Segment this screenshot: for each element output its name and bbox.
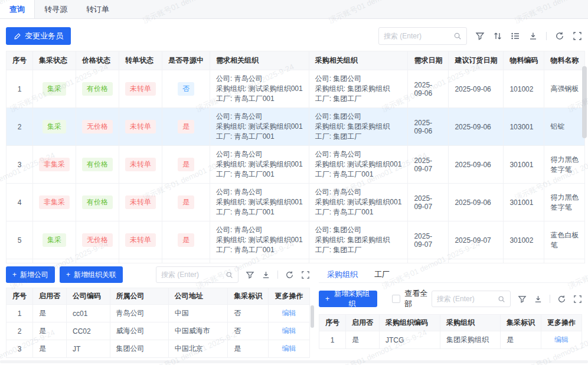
column-header[interactable]: 所属公司 (110, 288, 168, 305)
column-header[interactable]: 序号 (6, 288, 33, 305)
cell: 是 (346, 331, 380, 349)
cell-price_status: 有价格 (76, 184, 119, 221)
org-line: 采购组织: 测试采购组织001 (315, 159, 402, 170)
column-header[interactable]: 启用否 (33, 288, 67, 305)
column-header-demand_org[interactable]: 需求相关组织 (210, 51, 309, 70)
bottom-section: + 新增公司 + 新增组织关联 (6, 266, 582, 358)
org-line: 采购组织: 集团采购组织 (315, 84, 402, 94)
column-header-price_status[interactable]: 价格状态 (76, 51, 119, 70)
download-icon[interactable] (262, 271, 270, 279)
cell: cc01 (67, 305, 110, 322)
column-header[interactable]: 公司编码 (67, 288, 110, 305)
filter-icon[interactable] (475, 31, 485, 41)
vertical-scrollbar-thumb[interactable] (311, 305, 314, 328)
edit-link[interactable]: 编辑 (282, 309, 296, 317)
status-badge: 未转单 (125, 233, 156, 247)
add-org-relation-button[interactable]: + 新增组织关联 (60, 266, 123, 283)
column-header-suggested_date[interactable]: 建议订货日期 (449, 51, 504, 70)
cell: 3 (6, 340, 33, 358)
download-icon[interactable] (534, 295, 543, 304)
fullscreen-icon[interactable] (573, 31, 582, 41)
company-search-box[interactable] (156, 266, 239, 283)
horizontal-scrollbar-track[interactable] (0, 360, 588, 363)
search-icon[interactable] (498, 295, 505, 303)
column-header-purchase_org[interactable]: 采购相关组织 (309, 51, 408, 70)
column-header[interactable]: 集采标识 (500, 315, 541, 331)
main-search-box[interactable] (378, 27, 467, 45)
fullscreen-icon[interactable] (573, 295, 582, 304)
edit-link[interactable]: 编辑 (554, 335, 569, 344)
cell-price_status: 有价格 (76, 146, 119, 184)
column-header[interactable]: 更多操作 (541, 315, 582, 331)
edit-link[interactable]: 编辑 (282, 327, 296, 335)
column-header-demand_date[interactable]: 需求日期 (408, 51, 449, 70)
vertical-scrollbar-thumb[interactable] (582, 66, 587, 138)
table-row[interactable]: 3是JT集团公司中国北京是编辑 (6, 340, 310, 358)
top-tab-1[interactable]: 转寻源 (35, 0, 77, 18)
company-search-input[interactable] (161, 271, 226, 279)
main-search-input[interactable] (384, 32, 453, 40)
column-list-icon[interactable] (511, 31, 520, 41)
table-row[interactable]: 3非集采有价格未转单是公司: 青岛公司采购组织: 测试采购组织001工厂: 青岛… (6, 146, 585, 184)
table-header-row: 序号启用否采购组织编码采购组织集采标识更多操作 (319, 315, 582, 331)
table-row[interactable]: 2集采无价格未转单是公司: 青岛公司采购组织: 测试采购组织001工厂: 青岛工… (6, 108, 585, 146)
cell: 否 (228, 322, 269, 340)
column-header[interactable]: 启用否 (346, 315, 380, 331)
table-row[interactable]: 1集采有价格未转单否公司: 青岛公司采购组织: 测试采购组织001工厂: 青岛工… (6, 70, 585, 108)
view-all-checkbox[interactable] (392, 295, 400, 303)
cell-price_status: 有价格 (76, 70, 119, 108)
table-row[interactable]: 1是JTCG集团采购组织是编辑 (319, 331, 582, 349)
search-icon[interactable] (226, 271, 233, 279)
column-header-collective_status[interactable]: 集采状态 (33, 51, 76, 70)
cell-material_name: 蓝色白板笔 (544, 221, 585, 259)
column-header[interactable]: 集采标识 (228, 288, 269, 305)
filter-icon[interactable] (518, 295, 527, 304)
status-badge: 否 (178, 82, 194, 96)
cell-suggested_date: 2025-09-07 (449, 221, 504, 259)
cell-material_code: 103001 (504, 108, 544, 146)
table-row[interactable]: 4非集采有价格未转单是公司: 青岛公司采购组织: 测试采购组织001工厂: 青岛… (6, 184, 585, 221)
add-company-label: 新增公司 (20, 270, 48, 280)
purchase-org-search-input[interactable] (437, 295, 498, 303)
org-tab-1[interactable]: 工厂 (366, 269, 398, 280)
change-salesman-button[interactable]: 变更业务员 (6, 27, 71, 45)
sort-icon[interactable] (493, 31, 502, 41)
filter-icon[interactable] (246, 271, 254, 279)
edit-link[interactable]: 编辑 (282, 344, 296, 353)
refresh-icon[interactable] (555, 31, 564, 41)
cell: 编辑 (269, 305, 310, 322)
column-header[interactable]: 序号 (319, 315, 346, 331)
search-icon[interactable] (453, 32, 462, 40)
refresh-icon[interactable] (557, 295, 566, 304)
view-all-checkbox-wrap[interactable]: 查看全部 (392, 288, 431, 309)
column-header[interactable]: 公司地址 (168, 288, 228, 305)
column-header-seq[interactable]: 序号 (6, 51, 33, 70)
cell-demand_date: 2025-09-07 (408, 184, 449, 221)
purchase-org-search-box[interactable] (432, 291, 511, 307)
column-header-transfer_status[interactable]: 转单状态 (119, 51, 162, 70)
add-company-button[interactable]: + 新增公司 (6, 266, 55, 283)
column-header-sourcing[interactable]: 是否寻源中 (162, 51, 210, 70)
column-header[interactable]: 采购组织编码 (380, 315, 440, 331)
cell-demand_org: 公司: 青岛公司采购组织: 测试采购组织001工厂: 青岛工厂001 (210, 184, 309, 221)
org-line: 公司: 青岛公司 (216, 187, 303, 197)
column-header-material_name[interactable]: 物料名称 (544, 51, 585, 70)
column-header[interactable]: 采购组织 (440, 315, 501, 331)
status-badge: 无价格 (82, 233, 113, 247)
status-badge: 是 (178, 195, 194, 209)
column-header-material_code[interactable]: 物料编码 (504, 51, 544, 70)
fullscreen-icon[interactable] (301, 271, 310, 279)
table-row[interactable]: 2是CC02威海公司中国威海市否编辑 (6, 322, 310, 340)
requisition-table: 序号集采状态价格状态转单状态是否寻源中需求相关组织采购相关组织需求日期建议订货日… (6, 51, 585, 263)
org-tab-0[interactable]: 采购组织 (319, 269, 366, 280)
add-purchase-org-button[interactable]: + 新增采购组织 (319, 291, 377, 307)
org-line: 工厂: 青岛工厂001 (216, 170, 303, 180)
top-tab-2[interactable]: 转订单 (77, 0, 119, 18)
cell-material_code: 301001 (504, 184, 544, 221)
top-tab-0[interactable]: 查询 (0, 0, 35, 18)
refresh-icon[interactable] (285, 271, 294, 279)
table-row[interactable]: 1是cc01青岛公司中国否编辑 (6, 305, 310, 322)
column-header[interactable]: 更多操作 (269, 288, 310, 305)
table-row[interactable]: 5集采无价格未转单是公司: 青岛公司采购组织: 测试采购组织001工厂: 青岛工… (6, 221, 585, 259)
download-icon[interactable] (528, 31, 538, 41)
